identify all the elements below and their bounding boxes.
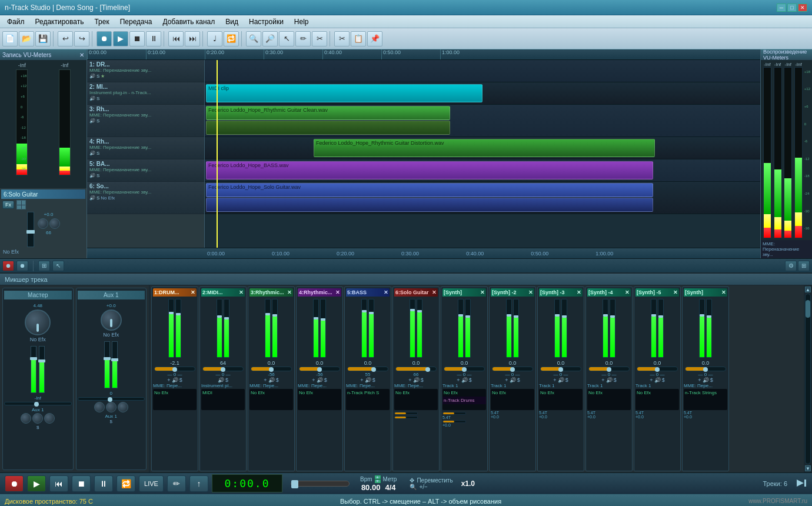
ch-solo-fr-thumb[interactable] bbox=[417, 310, 422, 312]
zoom-in-button[interactable]: 🔍 bbox=[246, 31, 261, 46]
menu-help[interactable]: Help bbox=[289, 16, 314, 27]
play-button[interactable]: ▶ bbox=[113, 31, 128, 46]
ch-drum-black-box[interactable]: No Efx bbox=[153, 389, 197, 410]
sg-fader-thumb[interactable] bbox=[26, 230, 35, 234]
snap-button[interactable]: ⊞ bbox=[38, 261, 50, 271]
ch-synth-str-pan[interactable] bbox=[685, 367, 726, 371]
undo-button[interactable]: ↩ bbox=[58, 31, 73, 46]
master-knob-3[interactable] bbox=[44, 413, 55, 424]
record-button[interactable]: ⏺ bbox=[96, 31, 112, 46]
menu-file[interactable]: Файл bbox=[2, 16, 29, 27]
ch-synth-str-fader-r[interactable] bbox=[706, 299, 712, 358]
ch-solo-black-box[interactable]: No Efx bbox=[394, 389, 438, 410]
ch-synth2-fader-r[interactable] bbox=[513, 299, 519, 358]
ch-midi-fader-r[interactable] bbox=[224, 299, 229, 358]
ch-rhy1-pan[interactable] bbox=[251, 367, 292, 371]
ch-synth1-pan[interactable] bbox=[444, 367, 485, 371]
clip-bass[interactable]: Federico Loddo_Hope_BASS.wav bbox=[206, 161, 653, 179]
master-knob-2[interactable] bbox=[32, 413, 43, 424]
ch-bass-black-box[interactable]: n-Track Pitch S bbox=[346, 389, 390, 410]
ch-midi-fader-l[interactable] bbox=[217, 299, 222, 358]
track-lane-5[interactable]: Federico Loddo_Hope_BASS.wav bbox=[205, 159, 760, 182]
transport-rec-button[interactable]: ⏺ bbox=[5, 475, 24, 492]
settings-button[interactable]: ⚙ bbox=[785, 261, 797, 271]
ch-synth1-send1[interactable] bbox=[442, 412, 466, 415]
ch-solo-pan[interactable] bbox=[395, 367, 437, 371]
ffwd-button[interactable]: ⏭ bbox=[185, 31, 200, 46]
ch-synth2-pan[interactable] bbox=[492, 367, 533, 371]
ch-synth5-fader-r[interactable] bbox=[658, 299, 664, 358]
draw-tool[interactable]: ✏ bbox=[295, 31, 311, 46]
aux-pan-slider[interactable] bbox=[78, 397, 145, 401]
clip-solo-bottom[interactable] bbox=[206, 198, 653, 212]
track-lane-2[interactable]: MIDI clip bbox=[205, 82, 760, 105]
ch-synth4-fader-l[interactable] bbox=[603, 299, 608, 358]
track-lane-3[interactable]: Federico Loddo_Hope_Rhythmic Guitar Clea… bbox=[205, 105, 760, 137]
ch-synth2-black-box[interactable]: No Efx bbox=[491, 389, 534, 410]
ch-synth1-fader-l[interactable] bbox=[458, 299, 464, 358]
menu-edit[interactable]: Редактировать bbox=[31, 16, 89, 27]
ch-solo-pan-thumb[interactable] bbox=[425, 367, 430, 372]
clip-midi[interactable]: MIDI clip bbox=[206, 84, 482, 102]
transport-arrow-button[interactable]: ↑ bbox=[189, 475, 208, 492]
ch-synth1-fader-r[interactable] bbox=[465, 299, 471, 358]
pause-button[interactable]: ⏸ bbox=[146, 31, 161, 46]
ch-solo-send-slider[interactable] bbox=[394, 412, 418, 415]
metronome-button[interactable]: ♩ bbox=[207, 31, 222, 46]
master-knob-1[interactable] bbox=[21, 413, 31, 424]
ch-synth3-black-box[interactable]: No Efx bbox=[539, 389, 583, 410]
ch-drum-fader-r-thumb[interactable] bbox=[176, 313, 181, 315]
bpm-up[interactable]: ▲ bbox=[375, 475, 381, 479]
scroll-track[interactable] bbox=[805, 294, 811, 464]
master-pan-slider[interactable] bbox=[4, 402, 72, 405]
ch-bass-pan-thumb[interactable] bbox=[371, 367, 376, 372]
menu-view[interactable]: Вид bbox=[221, 16, 243, 27]
scroll-thumb[interactable] bbox=[806, 300, 810, 318]
ch-synth1-black-box[interactable]: No Efx n-Track Drums bbox=[442, 389, 486, 410]
ch-rhy1-black-box[interactable]: No Efx bbox=[249, 389, 293, 410]
ch-drum-pan[interactable] bbox=[154, 367, 195, 371]
ch-rhy1-fader-l[interactable] bbox=[265, 299, 271, 358]
left-vu-close[interactable]: ✕ bbox=[79, 52, 84, 58]
ch-midi-pan[interactable] bbox=[202, 367, 244, 371]
menu-track[interactable]: Трек bbox=[89, 16, 114, 27]
transport-live-button[interactable]: LIVE bbox=[139, 475, 164, 492]
ch-bass-fl-thumb[interactable] bbox=[362, 310, 367, 312]
maximize-button[interactable]: □ bbox=[787, 4, 797, 12]
mixer-expand[interactable]: ⊞ bbox=[798, 261, 810, 271]
clip-rg-dist[interactable]: Federico Loddo_Hope_Rhythmic Guitar Dist… bbox=[314, 139, 655, 157]
close-button[interactable]: ✕ bbox=[798, 4, 807, 12]
ch-synth1-fl-thumb[interactable] bbox=[458, 314, 463, 317]
clip-rg-clean-bottom[interactable] bbox=[206, 121, 450, 135]
ch-synth3-fader-r[interactable] bbox=[561, 299, 567, 358]
ch-midi-pan-thumb[interactable] bbox=[221, 367, 225, 372]
rec-indicator[interactable]: ⏺ bbox=[2, 261, 14, 271]
ch-bass-fader-r[interactable] bbox=[368, 299, 374, 358]
ch-rhy1-fr-thumb[interactable] bbox=[272, 314, 277, 317]
ch-drum-fader-l[interactable] bbox=[168, 299, 174, 358]
ch-synth2-fader-l[interactable] bbox=[506, 299, 512, 358]
ch-bass-fr-thumb[interactable] bbox=[369, 312, 374, 314]
transport-loop-button[interactable]: 🔁 bbox=[117, 475, 135, 492]
ch-rhy2-pan-thumb[interactable] bbox=[317, 367, 322, 372]
select-tool[interactable]: ↖ bbox=[279, 31, 294, 46]
redo-button[interactable]: ↪ bbox=[74, 31, 89, 46]
ch-solo-send-slider2[interactable] bbox=[394, 416, 418, 419]
position-thumb[interactable] bbox=[291, 480, 298, 488]
ch-synth4-fader-r[interactable] bbox=[610, 299, 615, 358]
sg-vol-knob[interactable] bbox=[49, 218, 60, 229]
zoom-out-button[interactable]: 🔎 bbox=[262, 31, 278, 46]
ch-synth-str-black-box[interactable]: n-Track Strings bbox=[684, 389, 727, 410]
ch-drum-fader-l-thumb[interactable] bbox=[169, 312, 174, 314]
ch-bass-fader-l[interactable] bbox=[361, 299, 367, 358]
aux-knob[interactable] bbox=[101, 309, 122, 331]
copy-button[interactable]: 📋 bbox=[351, 31, 366, 46]
ch-rhy1-fader-r[interactable] bbox=[272, 299, 278, 358]
ch-solo-fl-thumb[interactable] bbox=[410, 309, 415, 311]
track-lane-6[interactable]: Federico Loddo_Hope_Solo Guitar.wav bbox=[205, 182, 760, 214]
minimize-button[interactable]: ─ bbox=[777, 4, 786, 12]
ch-synth1-pan-thumb[interactable] bbox=[462, 367, 467, 372]
menu-add-channel[interactable]: Добавить канал bbox=[158, 16, 219, 27]
aux-knob-1[interactable] bbox=[94, 402, 105, 412]
track-lane-4[interactable]: Federico Loddo_Hope_Rhythmic Guitar Dist… bbox=[205, 137, 760, 159]
